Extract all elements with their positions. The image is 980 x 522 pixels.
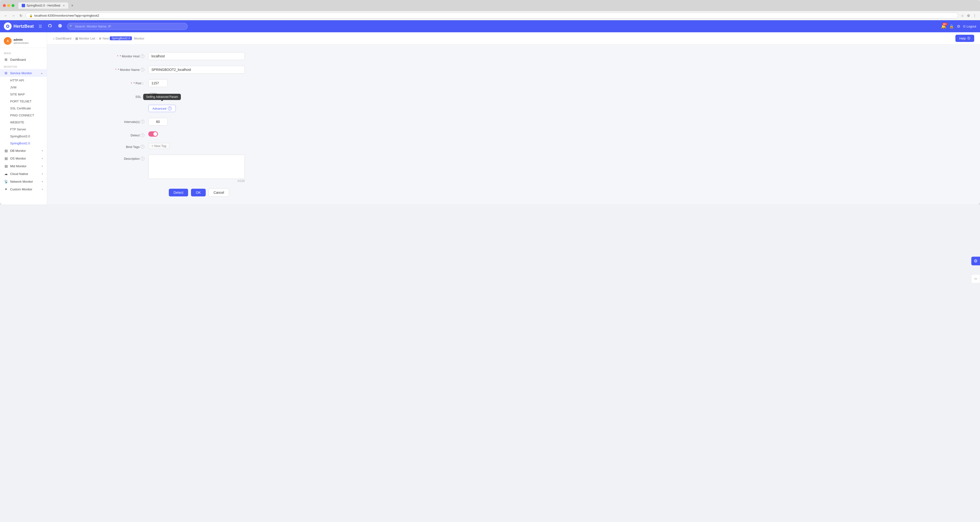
- dashboard-label: DashBoard: [10, 58, 43, 62]
- ok-button[interactable]: OK: [191, 189, 205, 197]
- cancel-button[interactable]: Cancel: [208, 189, 229, 197]
- breadcrumb-dashboard-label: DashBoard: [56, 36, 72, 40]
- help-button[interactable]: Help ⓪: [955, 35, 974, 42]
- sidebar: A admin administrator Main ⊞ DashBoard M…: [0, 32, 47, 205]
- detect-toggle[interactable]: [148, 131, 158, 136]
- os-monitor-icon: ▤: [4, 156, 8, 160]
- search-area: 🔍: [67, 23, 188, 30]
- monitor-name-label: * * Monitor Name ?: [105, 66, 148, 71]
- sidebar-item-network-monitor[interactable]: 📡 Network Monitor ▾: [0, 178, 47, 185]
- logo: HertzBeat: [4, 22, 34, 30]
- breadcrumb-sep1: /: [73, 36, 74, 40]
- new-tab-button[interactable]: +: [71, 3, 73, 8]
- chevron-down-icon4: ▾: [42, 180, 43, 183]
- sidebar-item-port-telnet[interactable]: PORT TELNET: [0, 98, 47, 105]
- custom-monitor-label: Custom Monitor: [10, 187, 40, 191]
- notification-button[interactable]: 🔔 99+: [941, 24, 946, 29]
- network-monitor-icon: 📡: [4, 179, 8, 183]
- add-tag-button[interactable]: + New Tag: [148, 143, 170, 149]
- description-control: 0/100: [148, 155, 245, 182]
- sidebar-item-dashboard[interactable]: ⊞ DashBoard: [0, 56, 47, 63]
- monitor-name-input[interactable]: [148, 66, 245, 73]
- bind-tags-control: + New Tag: [148, 143, 170, 149]
- chevron-down-icon3: ▾: [42, 173, 43, 175]
- sidebar-item-ping-connect[interactable]: PING CONNECT: [0, 112, 47, 119]
- monitor-host-label: * * Monitor Host ?: [105, 52, 148, 58]
- user-role: administrator: [13, 41, 29, 44]
- sidebar-item-os-monitor[interactable]: ▤ OS Monitor ▾: [0, 154, 47, 162]
- service-monitor-icon: ⊞: [4, 71, 8, 75]
- settings-button[interactable]: ⚙: [957, 24, 960, 29]
- browser-tab[interactable]: SpringBoot2.0 - HertzBeat ✕: [18, 2, 68, 9]
- monitor-host-control: [148, 52, 245, 60]
- sidebar-item-jvm[interactable]: JVM: [0, 84, 47, 91]
- svg-point-1: [7, 25, 9, 27]
- close-traffic-light[interactable]: [3, 4, 6, 7]
- logo-text: HertzBeat: [13, 24, 34, 29]
- sidebar-item-website[interactable]: WEBSITE: [0, 119, 47, 126]
- chevron-down-icon5: ▾: [42, 188, 43, 190]
- tab-title: SpringBoot2.0 - HertzBeat: [27, 4, 60, 7]
- breadcrumb-monitor-label: Monitor: [134, 36, 144, 40]
- main-section-label: Main: [0, 50, 47, 56]
- user-name: admin: [13, 38, 29, 41]
- lock-button[interactable]: 🔒: [949, 24, 954, 29]
- search-input[interactable]: [67, 23, 188, 30]
- bookmark-button[interactable]: ☆: [960, 13, 965, 18]
- list-icon: ▦: [75, 36, 78, 40]
- cloud-native-icon: ☁: [4, 172, 8, 176]
- logo-icon: [4, 22, 11, 30]
- breadcrumb-monitor-list-label: Monitor List: [79, 36, 95, 40]
- address-bar[interactable]: 🔒 localhost:4200/monitors/new?app=spring…: [25, 13, 958, 19]
- mid-monitor-label: Mid Monitor: [10, 164, 40, 168]
- help-icon: ⓪: [967, 36, 970, 40]
- description-label: Description ?: [105, 155, 148, 160]
- sidebar-item-site-map[interactable]: SITE MAP: [0, 91, 47, 98]
- minimize-traffic-light[interactable]: [7, 4, 10, 7]
- network-monitor-label: Network Monitor: [10, 180, 40, 183]
- breadcrumb-new: ⊕ New SpringBoot2.0 Monitor: [99, 36, 144, 40]
- monitor-name-control: [148, 66, 245, 73]
- sidebar-item-springboot2[interactable]: SpringBoot2.0: [0, 140, 47, 147]
- extension-button[interactable]: ⚙: [966, 13, 971, 18]
- ssl-toggle[interactable]: [148, 93, 158, 98]
- logout-button[interactable]: G Logout: [963, 25, 976, 28]
- advanced-row: Setting Advanced Param Advanced ?: [105, 105, 293, 112]
- sidebar-item-ssl-certificate[interactable]: SSL Certificate: [0, 105, 47, 112]
- tab-close-btn[interactable]: ✕: [63, 4, 65, 7]
- main-content: ⌂ DashBoard / ▦ Monitor List / ⊕ New Spr: [47, 32, 980, 205]
- more-button[interactable]: ⋮: [972, 13, 977, 18]
- port-label: * * Port：: [105, 79, 148, 86]
- avatar: A: [4, 37, 11, 45]
- char-count: 0/100: [148, 179, 245, 182]
- advanced-label-spacer: [105, 105, 148, 107]
- port-input[interactable]: [148, 79, 168, 87]
- monitor-host-row: * * Monitor Host ?: [105, 52, 293, 60]
- detect-button[interactable]: Detect: [169, 189, 188, 197]
- sidebar-item-db-monitor[interactable]: ▤ DB Monitor ▾: [0, 147, 47, 154]
- description-textarea[interactable]: [148, 155, 245, 179]
- breadcrumb-monitor-list[interactable]: ▦ Monitor List: [75, 36, 95, 40]
- google-icon: G: [963, 25, 966, 28]
- back-button[interactable]: ←: [3, 13, 9, 18]
- breadcrumb-bar: ⌂ DashBoard / ▦ Monitor List / ⊕ New Spr: [47, 32, 980, 44]
- sidebar-item-springboot3[interactable]: SpringBoot3.0: [0, 133, 47, 140]
- sidebar-item-service-monitor[interactable]: ⊞ Service Monitor ▲: [0, 69, 47, 77]
- forward-button[interactable]: →: [11, 13, 16, 18]
- reload-button[interactable]: ↻: [18, 13, 24, 18]
- fullscreen-traffic-light[interactable]: [11, 4, 14, 7]
- advanced-button[interactable]: Advanced ?: [148, 105, 176, 112]
- sidebar-item-cloud-native[interactable]: ☁ Cloud Native ▾: [0, 170, 47, 178]
- sidebar-item-http-api[interactable]: HTTP API: [0, 77, 47, 84]
- menu-button[interactable]: ☰: [38, 23, 43, 30]
- detect-slider: [148, 131, 158, 136]
- github-button[interactable]: [47, 23, 53, 30]
- sidebar-item-mid-monitor[interactable]: ▤ Mid Monitor ▾: [0, 162, 47, 170]
- sidebar-item-custom-monitor[interactable]: ✦ Custom Monitor ▾: [0, 185, 47, 193]
- grafana-button[interactable]: G: [57, 23, 63, 30]
- breadcrumb-dashboard[interactable]: ⌂ DashBoard: [53, 36, 72, 40]
- intervals-input[interactable]: [148, 118, 168, 125]
- app-body: A admin administrator Main ⊞ DashBoard M…: [0, 32, 980, 205]
- monitor-host-input[interactable]: [148, 52, 245, 60]
- sidebar-item-ftp-server[interactable]: FTP Server: [0, 126, 47, 133]
